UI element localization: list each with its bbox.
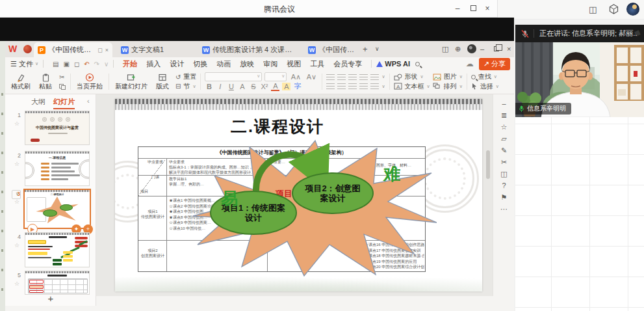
tab-outline[interactable]: 大纲: [31, 97, 45, 107]
copy-icon[interactable]: [59, 84, 66, 90]
menu-insert[interactable]: 插入: [146, 59, 161, 69]
canvas-scrollbar[interactable]: [486, 94, 490, 296]
line-spacing-icon[interactable]: [370, 74, 379, 80]
menu-tools[interactable]: 工具: [310, 59, 324, 69]
user-avatar[interactable]: [626, 3, 639, 16]
properties-icon[interactable]: ≣: [493, 111, 515, 120]
doc-tab-word1[interactable]: W 文字文稿1: [117, 42, 188, 57]
new-slide-button[interactable]: 新建幻灯片: [112, 72, 151, 92]
text-tool-button[interactable]: 字: [293, 81, 302, 91]
highlight-button[interactable]: A: [282, 83, 290, 90]
menu-membership[interactable]: 会员专享: [333, 59, 362, 69]
char-spacing-button[interactable]: A: [238, 83, 246, 90]
layout-button[interactable]: 版式: [151, 72, 174, 92]
star-icon[interactable]: ☆: [14, 242, 19, 249]
doc-tab-word2[interactable]: W 传统图案设计第 4 次课教学整体设计: [198, 42, 302, 57]
font-family-select[interactable]: [205, 72, 262, 81]
wps-close-button[interactable]: ×: [507, 45, 511, 53]
cloud-icon[interactable]: ☁: [466, 59, 474, 68]
tab-window-icon[interactable]: ◻: [97, 47, 102, 53]
menu-view[interactable]: 视图: [287, 59, 301, 69]
layout-pane-icon[interactable]: ◫: [493, 170, 515, 178]
flag-pane-icon[interactable]: ⚑: [493, 193, 515, 202]
current-slide[interactable]: 二.课程设计 《中国传统图案设计与鉴赏》（门）课程 （二级架构）: [115, 99, 482, 291]
picture-button[interactable]: 图片 ∨: [433, 72, 463, 82]
doc-tab-word3[interactable]: W 《中国传统图案设计与鉴赏》教学大纲: [304, 42, 360, 57]
play-from-current-button[interactable]: 当页开始: [73, 72, 106, 92]
align-right-icon[interactable]: [348, 83, 357, 89]
globe-icon[interactable]: ⊕: [455, 45, 461, 53]
font-size-select[interactable]: [264, 72, 287, 81]
section-button[interactable]: ⊟ 节 ∨: [175, 82, 196, 92]
wps-restore-button[interactable]: [494, 46, 499, 51]
wps-logo[interactable]: W: [8, 44, 19, 54]
menu-animation[interactable]: 动画: [216, 59, 231, 69]
share-button[interactable]: ↗ 分享: [479, 58, 510, 70]
favorites-star-icon[interactable]: ☆: [493, 123, 515, 131]
align-left-icon[interactable]: [326, 83, 335, 89]
star-icon[interactable]: ☆: [14, 280, 19, 287]
tab-close-icon[interactable]: ×: [105, 47, 109, 53]
minimize-button[interactable]: –: [452, 3, 463, 14]
slide-thumbnail-4[interactable]: [25, 232, 90, 267]
close-button[interactable]: ×: [482, 3, 493, 14]
add-slide-button[interactable]: +: [5, 293, 96, 304]
cut-icon[interactable]: ✂: [59, 74, 66, 81]
menu-review[interactable]: 审阅: [263, 59, 277, 69]
starburst-diagram[interactable]: 项目 项目1：传统图案 设计 项目2：创意图 案设计 易 难: [190, 139, 437, 277]
format-painter-button[interactable]: 格式刷: [8, 72, 34, 92]
doc-tab-presentation[interactable]: P 《中国传统图案设计与鉴赏》 ◻ ×: [34, 42, 112, 57]
columns-icon[interactable]: [370, 83, 379, 89]
textbox-button[interactable]: A 文本框 ∨: [394, 82, 430, 92]
menu-transition[interactable]: 切换: [193, 59, 207, 69]
save-icon[interactable]: ▤: [53, 61, 58, 68]
align-center-icon[interactable]: [337, 83, 346, 89]
menu-design[interactable]: 设计: [170, 59, 184, 69]
maximize-button[interactable]: [467, 3, 479, 14]
edit-pane-icon[interactable]: ✎: [493, 146, 515, 155]
indent-icon[interactable]: [359, 74, 368, 80]
slide-thumbnail-3-selected[interactable]: 二.课程设计 ▶ ✦ +: [23, 189, 91, 229]
star-icon[interactable]: ☆: [14, 120, 19, 127]
file-menu[interactable]: ☰ 文件 ∨: [10, 59, 38, 69]
star-icon[interactable]: ☆: [14, 161, 19, 167]
search-icon[interactable]: [415, 62, 420, 66]
paste-button[interactable]: 粘贴: [34, 72, 57, 92]
collapse-panel-icon[interactable]: ‹: [87, 97, 90, 105]
select-button[interactable]: 选择 ∨: [471, 82, 499, 92]
scrollbar-thumb[interactable]: [486, 150, 490, 179]
outdent-icon[interactable]: [348, 74, 357, 80]
print-icon[interactable]: ▣: [63, 61, 69, 68]
shapes-button[interactable]: 形状 ∨: [394, 72, 430, 82]
redo-icon[interactable]: ↷: [94, 61, 99, 68]
slide-thumbnail-5[interactable]: [25, 271, 90, 295]
video-feed[interactable]: 信息系辛明明: [515, 42, 644, 117]
wps-minimize-button[interactable]: –: [480, 45, 484, 53]
increase-font-button[interactable]: A∧: [289, 73, 302, 81]
strikethrough-button[interactable]: S: [249, 83, 257, 90]
bullet-list-icon[interactable]: [326, 74, 335, 80]
decrease-font-button[interactable]: A∨: [305, 73, 318, 81]
collapse-pane-icon[interactable]: –: [493, 100, 515, 107]
menu-slideshow[interactable]: 放映: [240, 59, 254, 69]
menu-home[interactable]: 开始: [123, 59, 137, 69]
reader-view-icon[interactable]: ◫: [589, 5, 597, 14]
bold-button[interactable]: B: [205, 83, 213, 90]
tab-slides[interactable]: 幻灯片: [53, 97, 75, 109]
shapes-pane-icon[interactable]: ▱: [493, 135, 515, 143]
cube-icon[interactable]: [609, 4, 619, 16]
tab-list-caret[interactable]: ∨: [375, 46, 380, 52]
arrange-button[interactable]: 排列 ∨: [433, 82, 463, 92]
underline-button[interactable]: U: [227, 83, 235, 90]
numbered-list-icon[interactable]: [337, 74, 346, 80]
justify-icon[interactable]: [359, 83, 368, 89]
mic-muted-icon[interactable]: [521, 29, 530, 38]
italic-button[interactable]: I: [216, 83, 224, 90]
quickbar-caret-icon[interactable]: ∨: [104, 61, 109, 68]
reset-button[interactable]: ↺ 重置: [175, 72, 196, 82]
slide-thumbnail-2[interactable]: 一.课程信息: [25, 151, 90, 186]
promo-icon[interactable]: [23, 45, 32, 53]
new-tab-button[interactable]: +: [363, 44, 368, 54]
help-icon[interactable]: ?: [493, 182, 515, 189]
wps-account-avatar[interactable]: [467, 44, 476, 53]
